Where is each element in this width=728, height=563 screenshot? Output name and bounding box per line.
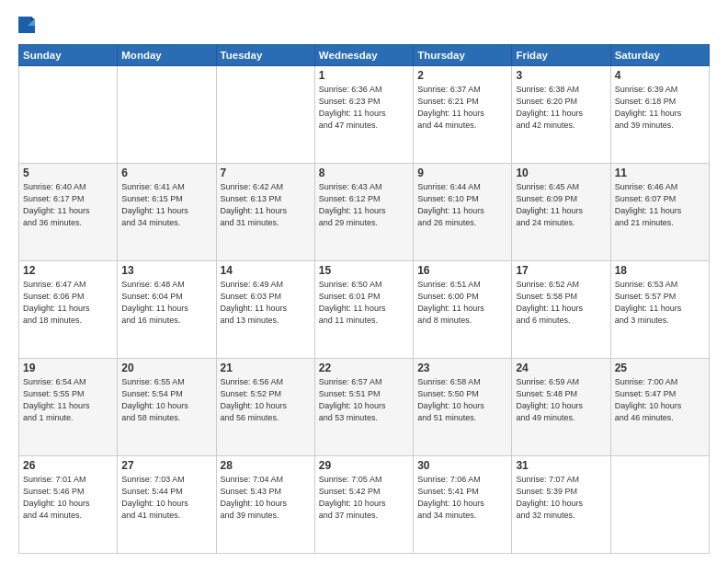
day-info: Sunrise: 6:41 AM Sunset: 6:15 PM Dayligh… — [121, 181, 211, 229]
day-info: Sunrise: 6:39 AM Sunset: 6:18 PM Dayligh… — [615, 84, 705, 132]
day-number: 31 — [516, 459, 606, 472]
calendar-cell: 20Sunrise: 6:55 AM Sunset: 5:54 PM Dayli… — [118, 359, 216, 456]
calendar-cell: 25Sunrise: 7:00 AM Sunset: 5:47 PM Dayli… — [610, 359, 709, 456]
day-info: Sunrise: 6:46 AM Sunset: 6:07 PM Dayligh… — [615, 181, 705, 229]
day-number: 22 — [319, 362, 409, 374]
day-info: Sunrise: 6:59 AM Sunset: 5:48 PM Dayligh… — [516, 376, 606, 424]
weekday-header: Wednesday — [314, 45, 413, 66]
day-info: Sunrise: 6:37 AM Sunset: 6:21 PM Dayligh… — [417, 84, 507, 132]
day-number: 1 — [319, 69, 409, 82]
calendar-cell: 10Sunrise: 6:45 AM Sunset: 6:09 PM Dayli… — [512, 164, 610, 261]
calendar-week-row: 1Sunrise: 6:36 AM Sunset: 6:23 PM Daylig… — [19, 66, 710, 164]
day-info: Sunrise: 6:51 AM Sunset: 6:00 PM Dayligh… — [417, 279, 507, 327]
calendar-cell: 16Sunrise: 6:51 AM Sunset: 6:00 PM Dayli… — [414, 261, 512, 359]
day-info: Sunrise: 6:55 AM Sunset: 5:54 PM Dayligh… — [121, 376, 211, 424]
calendar-cell: 2Sunrise: 6:37 AM Sunset: 6:21 PM Daylig… — [414, 66, 512, 164]
calendar-page: SundayMondayTuesdayWednesdayThursdayFrid… — [0, 0, 728, 563]
calendar-header: SundayMondayTuesdayWednesdayThursdayFrid… — [19, 45, 710, 66]
calendar-cell: 23Sunrise: 6:58 AM Sunset: 5:50 PM Dayli… — [414, 359, 512, 456]
day-number: 23 — [417, 362, 507, 374]
day-info: Sunrise: 6:54 AM Sunset: 5:55 PM Dayligh… — [23, 376, 113, 424]
calendar-cell — [610, 456, 709, 554]
day-number: 3 — [516, 69, 606, 82]
day-info: Sunrise: 6:38 AM Sunset: 6:20 PM Dayligh… — [516, 84, 606, 132]
calendar-cell: 9Sunrise: 6:44 AM Sunset: 6:10 PM Daylig… — [414, 164, 512, 261]
calendar-cell: 12Sunrise: 6:47 AM Sunset: 6:06 PM Dayli… — [19, 261, 118, 359]
calendar-cell: 3Sunrise: 6:38 AM Sunset: 6:20 PM Daylig… — [512, 66, 610, 164]
calendar-cell: 22Sunrise: 6:57 AM Sunset: 5:51 PM Dayli… — [314, 359, 413, 456]
calendar-cell: 29Sunrise: 7:05 AM Sunset: 5:42 PM Dayli… — [314, 456, 413, 554]
logo — [18, 17, 39, 37]
weekday-row: SundayMondayTuesdayWednesdayThursdayFrid… — [19, 45, 710, 66]
calendar-cell: 4Sunrise: 6:39 AM Sunset: 6:18 PM Daylig… — [610, 66, 709, 164]
day-number: 12 — [23, 264, 113, 277]
day-info: Sunrise: 6:57 AM Sunset: 5:51 PM Dayligh… — [319, 376, 409, 424]
day-number: 21 — [221, 362, 311, 374]
day-number: 19 — [23, 362, 113, 374]
day-info: Sunrise: 7:03 AM Sunset: 5:44 PM Dayligh… — [121, 474, 211, 522]
day-info: Sunrise: 6:50 AM Sunset: 6:01 PM Dayligh… — [319, 279, 409, 327]
day-info: Sunrise: 6:52 AM Sunset: 5:58 PM Dayligh… — [516, 279, 606, 327]
day-number: 5 — [23, 167, 113, 179]
calendar-cell — [19, 66, 118, 164]
day-info: Sunrise: 7:04 AM Sunset: 5:43 PM Dayligh… — [221, 474, 311, 522]
day-info: Sunrise: 6:44 AM Sunset: 6:10 PM Dayligh… — [417, 181, 507, 229]
calendar-body: 1Sunrise: 6:36 AM Sunset: 6:23 PM Daylig… — [19, 66, 710, 554]
calendar-cell: 26Sunrise: 7:01 AM Sunset: 5:46 PM Dayli… — [19, 456, 118, 554]
calendar-cell — [216, 66, 314, 164]
day-number: 9 — [417, 167, 507, 179]
calendar-cell: 27Sunrise: 7:03 AM Sunset: 5:44 PM Dayli… — [118, 456, 216, 554]
weekday-header: Monday — [118, 45, 216, 66]
calendar-week-row: 19Sunrise: 6:54 AM Sunset: 5:55 PM Dayli… — [19, 359, 710, 456]
day-number: 17 — [516, 264, 606, 277]
day-number: 24 — [516, 362, 606, 374]
day-number: 20 — [121, 362, 211, 374]
calendar-cell: 11Sunrise: 6:46 AM Sunset: 6:07 PM Dayli… — [610, 164, 709, 261]
day-info: Sunrise: 7:00 AM Sunset: 5:47 PM Dayligh… — [615, 376, 705, 424]
calendar-cell: 30Sunrise: 7:06 AM Sunset: 5:41 PM Dayli… — [414, 456, 512, 554]
header — [18, 17, 710, 37]
day-number: 28 — [221, 459, 311, 472]
day-info: Sunrise: 7:06 AM Sunset: 5:41 PM Dayligh… — [417, 474, 507, 522]
calendar-cell: 18Sunrise: 6:53 AM Sunset: 5:57 PM Dayli… — [610, 261, 709, 359]
day-number: 26 — [23, 459, 113, 472]
calendar-cell: 1Sunrise: 6:36 AM Sunset: 6:23 PM Daylig… — [314, 66, 413, 164]
day-number: 10 — [516, 167, 606, 179]
calendar-cell: 7Sunrise: 6:42 AM Sunset: 6:13 PM Daylig… — [216, 164, 314, 261]
day-number: 25 — [615, 362, 705, 374]
calendar-cell: 21Sunrise: 6:56 AM Sunset: 5:52 PM Dayli… — [216, 359, 314, 456]
day-info: Sunrise: 6:47 AM Sunset: 6:06 PM Dayligh… — [23, 279, 113, 327]
calendar-week-row: 26Sunrise: 7:01 AM Sunset: 5:46 PM Dayli… — [19, 456, 710, 554]
calendar-week-row: 12Sunrise: 6:47 AM Sunset: 6:06 PM Dayli… — [19, 261, 710, 359]
day-number: 14 — [221, 264, 311, 277]
day-info: Sunrise: 6:58 AM Sunset: 5:50 PM Dayligh… — [417, 376, 507, 424]
day-number: 29 — [319, 459, 409, 472]
weekday-header: Friday — [512, 45, 610, 66]
logo-icon — [18, 17, 35, 37]
day-info: Sunrise: 6:53 AM Sunset: 5:57 PM Dayligh… — [615, 279, 705, 327]
day-number: 11 — [615, 167, 705, 179]
day-number: 16 — [417, 264, 507, 277]
day-info: Sunrise: 6:45 AM Sunset: 6:09 PM Dayligh… — [516, 181, 606, 229]
day-number: 4 — [615, 69, 705, 82]
day-info: Sunrise: 7:07 AM Sunset: 5:39 PM Dayligh… — [516, 474, 606, 522]
calendar-cell: 13Sunrise: 6:48 AM Sunset: 6:04 PM Dayli… — [118, 261, 216, 359]
day-number: 30 — [417, 459, 507, 472]
day-info: Sunrise: 6:43 AM Sunset: 6:12 PM Dayligh… — [319, 181, 409, 229]
day-number: 13 — [121, 264, 211, 277]
day-info: Sunrise: 7:05 AM Sunset: 5:42 PM Dayligh… — [319, 474, 409, 522]
day-info: Sunrise: 7:01 AM Sunset: 5:46 PM Dayligh… — [23, 474, 113, 522]
day-info: Sunrise: 6:48 AM Sunset: 6:04 PM Dayligh… — [121, 279, 211, 327]
weekday-header: Sunday — [19, 45, 118, 66]
calendar-cell: 8Sunrise: 6:43 AM Sunset: 6:12 PM Daylig… — [314, 164, 413, 261]
calendar-cell: 5Sunrise: 6:40 AM Sunset: 6:17 PM Daylig… — [19, 164, 118, 261]
weekday-header: Saturday — [610, 45, 709, 66]
day-number: 8 — [319, 167, 409, 179]
day-info: Sunrise: 6:56 AM Sunset: 5:52 PM Dayligh… — [221, 376, 311, 424]
day-info: Sunrise: 6:36 AM Sunset: 6:23 PM Dayligh… — [319, 84, 409, 132]
calendar-cell: 24Sunrise: 6:59 AM Sunset: 5:48 PM Dayli… — [512, 359, 610, 456]
weekday-header: Tuesday — [216, 45, 314, 66]
calendar-cell: 17Sunrise: 6:52 AM Sunset: 5:58 PM Dayli… — [512, 261, 610, 359]
calendar-cell: 6Sunrise: 6:41 AM Sunset: 6:15 PM Daylig… — [118, 164, 216, 261]
calendar-cell: 28Sunrise: 7:04 AM Sunset: 5:43 PM Dayli… — [216, 456, 314, 554]
